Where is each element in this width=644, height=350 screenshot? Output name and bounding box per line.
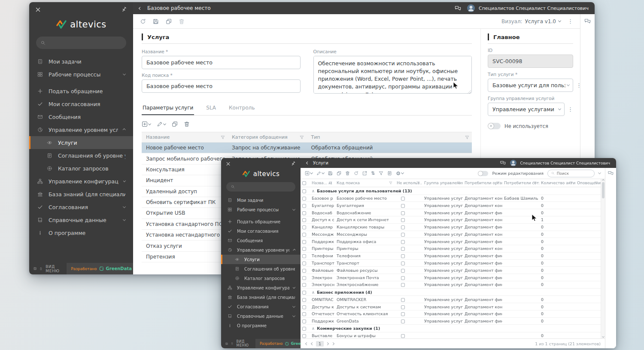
filter-button[interactable]	[379, 171, 383, 176]
add-button[interactable]	[142, 121, 151, 127]
sidebar-item-about[interactable]: О программе	[29, 226, 133, 239]
row-checkbox[interactable]	[302, 320, 306, 323]
sidebar-item-service-level-mgmt[interactable]: Управление уровнем услуг	[221, 245, 301, 255]
search-code-field[interactable]	[142, 79, 301, 93]
not-used-checkbox[interactable]	[401, 218, 405, 222]
visual-selector[interactable]: Визуал: Услуга v1.0	[501, 18, 561, 24]
tab-sla[interactable]: SLA	[205, 102, 217, 115]
sidebar-item-my-approvals[interactable]: Мои согласования	[221, 226, 301, 236]
not-used-checkbox[interactable]	[401, 269, 405, 273]
sidebar-item-request-catalog[interactable]: Каталог запросов	[29, 162, 133, 175]
row-checkbox[interactable]	[302, 312, 306, 316]
not-used-checkbox[interactable]	[401, 197, 405, 201]
not-used-checkbox[interactable]	[401, 334, 405, 338]
report-button[interactable]	[387, 171, 392, 176]
column-header[interactable]: Тип	[307, 132, 472, 143]
row-checkbox[interactable]	[302, 327, 306, 331]
sidebar-item-sla-agreements[interactable]: Соглашения об уровне услуг	[221, 264, 301, 274]
user-menu[interactable]: Специалистов Специалист Специалистович	[510, 160, 610, 166]
list-search-input[interactable]	[557, 171, 591, 176]
column-header[interactable]: Оповещения	[575, 179, 601, 187]
collapse-icon[interactable]: ∧	[312, 326, 315, 331]
sidebar-item-reference-data[interactable]: Справочные данные	[29, 213, 133, 226]
not-used-checkbox[interactable]	[401, 254, 405, 258]
table-row[interactable]: ПоддержкПоддержка офисаУправление услуга…	[301, 238, 601, 245]
chat-icon[interactable]	[584, 18, 591, 24]
group-row[interactable]: ∧Бизнес приложения (4)	[301, 288, 601, 296]
tab-параметры-услуги[interactable]: Параметры услуги	[142, 102, 194, 115]
table-row[interactable]: OMNITRACOMNITRACKERУправление услугамиДе…	[301, 296, 601, 303]
sidebar-item-my-tasks[interactable]: Мои задачи	[221, 195, 301, 205]
column-header[interactable]: Количество актив...	[539, 179, 575, 187]
sidebar-item-messages[interactable]: Сообщения	[221, 236, 301, 245]
save-button[interactable]	[153, 18, 159, 24]
filter-icon[interactable]	[465, 135, 469, 140]
mgmt-group-select[interactable]: Управление услугами	[488, 103, 565, 116]
collapse-icon[interactable]: ∧	[312, 290, 315, 295]
copy-row-button[interactable]	[172, 121, 178, 127]
not-used-checkbox[interactable]	[401, 298, 405, 302]
board-icon[interactable]	[33, 266, 36, 271]
refresh-button[interactable]	[140, 18, 146, 24]
row-checkbox[interactable]	[302, 298, 306, 302]
row-checkbox[interactable]	[302, 233, 306, 237]
filter-icon[interactable]	[533, 181, 537, 185]
table-row[interactable]: ВодоснабВодоснабжениеУправление услугами…	[301, 209, 601, 216]
chat-icon[interactable]	[455, 5, 461, 12]
close-icon[interactable]	[35, 7, 41, 12]
filter-icon[interactable]	[221, 135, 225, 140]
table-row[interactable]: МессенджМессенджерыУправление услугамиДе…	[301, 231, 601, 238]
table-row[interactable]: ЭлектроснЭлектроснабжениеУправление услу…	[301, 281, 601, 288]
current-page[interactable]: 1	[316, 341, 324, 347]
delete-button[interactable]	[345, 171, 350, 176]
row-checkbox[interactable]	[302, 240, 306, 244]
filter-icon[interactable]	[496, 181, 500, 185]
scroll-up-icon[interactable]	[602, 179, 605, 182]
table-row[interactable]: ВыставлеБонусы и штрафы0	[301, 332, 601, 338]
edit-button[interactable]	[316, 171, 324, 176]
select-all-checkbox[interactable]	[302, 181, 306, 185]
table-row[interactable]: ТранспортТранспортУправление услугамиДеп…	[301, 259, 601, 267]
sidebar-item-work-processes[interactable]: Рабочие процессы	[29, 68, 133, 81]
row-checkbox[interactable]	[302, 262, 306, 265]
group-row[interactable]: ∧Базовые услуги для пользователей (13)	[301, 187, 601, 195]
not-used-checkbox[interactable]	[401, 305, 405, 309]
column-header[interactable]: Потребители орган...	[463, 179, 502, 187]
row-checkbox[interactable]	[302, 283, 306, 287]
add-button[interactable]	[305, 171, 313, 176]
sidebar-item-about[interactable]: О программе	[221, 321, 301, 330]
table-row[interactable]: ОтчетностОтчетность клиентскаяУправление…	[301, 310, 601, 317]
kebab-icon[interactable]: ⋮	[568, 107, 573, 112]
sidebar-item-my-approvals[interactable]: Мои согласования	[29, 97, 133, 110]
sidebar-item-submit-request[interactable]: Подать обращение	[29, 85, 133, 97]
table-row[interactable]: Новое рабочее местоЗапрос на обслуживани…	[142, 143, 472, 153]
not-used-checkbox[interactable]	[401, 247, 405, 251]
not-used-checkbox[interactable]	[401, 283, 405, 287]
copy-button[interactable]	[337, 171, 341, 176]
edit-button[interactable]	[157, 121, 166, 127]
column-header[interactable]: Категория обращения	[228, 132, 307, 143]
collapse-icon[interactable]: ∧	[312, 189, 315, 193]
prev-page-icon[interactable]	[311, 342, 314, 345]
column-header[interactable]: Название	[142, 132, 228, 143]
chat-icon[interactable]	[500, 160, 506, 166]
not-used-toggle[interactable]: ✕	[488, 123, 501, 129]
table-row[interactable]: Доступы кДоступы к системамУправление ус…	[301, 303, 601, 310]
table-row[interactable]: ЭлектронЭлектронная ПочтаУправление услу…	[301, 274, 601, 281]
back-icon[interactable]	[306, 161, 309, 164]
sidebar-item-knowledge-base[interactable]: База знаний (для специалиста)	[29, 188, 133, 201]
table-row[interactable]: Базовое рБазовое рабочее местоУправление…	[301, 195, 601, 202]
close-icon[interactable]	[226, 161, 231, 166]
not-used-checkbox[interactable]	[401, 233, 405, 237]
filter-icon[interactable]	[389, 181, 392, 185]
delete-row-button[interactable]	[184, 121, 190, 127]
scroll-down-icon[interactable]	[602, 335, 605, 338]
sidebar-item-messages[interactable]: Сообщения	[29, 110, 133, 123]
sidebar-item-services[interactable]: Услуги	[29, 136, 133, 149]
not-used-checkbox[interactable]	[401, 320, 405, 323]
sidebar-item-approvals[interactable]: Согласования	[29, 201, 133, 213]
next-page-icon[interactable]	[326, 342, 329, 345]
delete-button[interactable]	[179, 18, 185, 24]
row-checkbox[interactable]	[302, 225, 306, 229]
sidebar-item-submit-request[interactable]: Подать обращение	[221, 217, 301, 226]
